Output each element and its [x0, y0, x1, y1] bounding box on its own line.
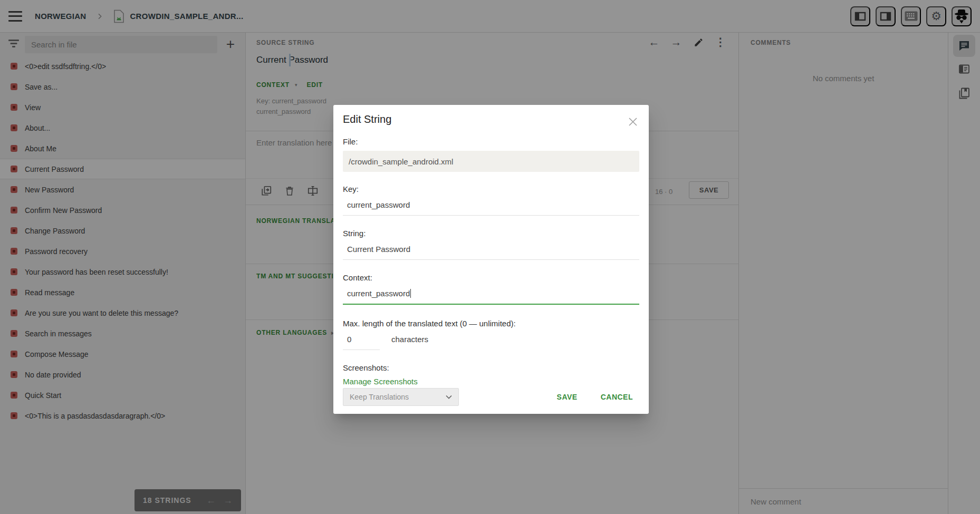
cancel-button[interactable]: CANCEL	[601, 393, 633, 401]
key-label: Key:	[343, 185, 639, 193]
keep-translations-select[interactable]: Keep Translations	[343, 388, 459, 406]
string-input[interactable]: Current Password	[343, 238, 639, 260]
manage-screenshots-link[interactable]: Manage Screenshots	[343, 377, 418, 386]
max-length-unit: characters	[391, 335, 428, 344]
max-length-label: Max. length of the translated text (0 — …	[343, 319, 639, 328]
text-caret	[410, 289, 411, 298]
key-input[interactable]: current_password	[343, 193, 639, 216]
save-button[interactable]: SAVE	[557, 393, 578, 401]
file-field[interactable]: /crowdin_sample_android.xml	[343, 151, 639, 172]
edit-string-modal: Edit String File: /crowdin_sample_androi…	[333, 105, 649, 414]
screenshots-label: Screenshots:	[343, 363, 639, 372]
chevron-down-icon	[446, 395, 452, 399]
close-icon[interactable]	[626, 114, 640, 129]
context-input[interactable]: current_password	[343, 282, 639, 305]
context-label: Context:	[343, 273, 639, 282]
string-label: String:	[343, 229, 639, 238]
max-length-input[interactable]: 0	[343, 328, 380, 350]
modal-title: Edit String	[343, 105, 639, 125]
file-label: File:	[343, 137, 639, 146]
